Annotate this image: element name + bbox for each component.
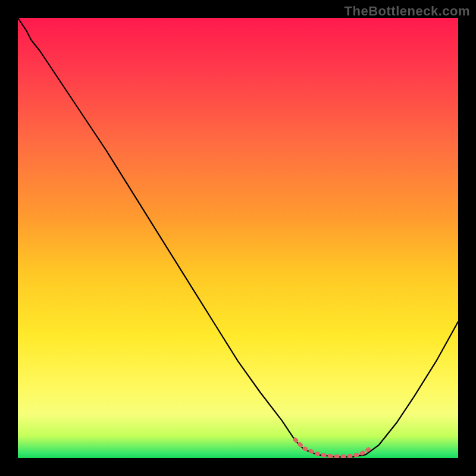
svg-rect-0: [18, 18, 458, 458]
gradient-background: [18, 18, 458, 458]
watermark-text: TheBottleneck.com: [345, 4, 470, 19]
chart-container: TheBottleneck.com: [0, 0, 476, 476]
plot-area: [18, 18, 458, 458]
